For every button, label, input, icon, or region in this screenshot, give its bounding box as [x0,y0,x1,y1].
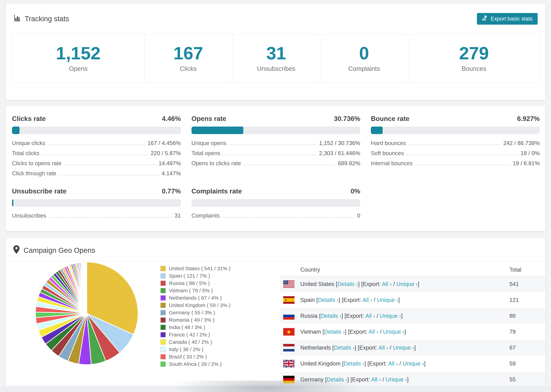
legend-item-united-states[interactable]: United States ( 541 / 31% ) [160,265,231,272]
legend-label: United States ( 541 / 31% ) [169,266,231,271]
rate-progress-track [12,199,181,207]
country-name: United Kingdom [300,360,342,367]
legend-item-italy[interactable]: Italy ( 36 / 2% ) [160,346,231,353]
column-header-total: Total [509,266,545,273]
total-cell: 79 [509,329,545,335]
stat-unsubscribes-label: Unsubscribes [257,65,295,72]
export-all-link[interactable]: All › [362,297,372,303]
export-unique-link[interactable]: Unique › [377,297,398,303]
rates-grid: Clicks rate4.46%Unique clicks167 / 4.456… [12,115,540,223]
export-unique-link[interactable]: Unique › [396,281,418,287]
stat-clicks-value: 167 [174,44,203,62]
legend-item-brazil[interactable]: Brazil ( 33 / 2% ) [160,353,231,360]
table-row-gb: United Kingdom [Details ›] [Export: All … [280,356,545,371]
tracking-stats-header: Tracking stats Export basic stats [13,13,538,25]
rate-progress-fill [12,199,13,207]
legend-item-spain[interactable]: Spain ( 121 / 7% ) [160,272,231,280]
export-all-link[interactable]: All › [388,360,398,367]
rate-rows: Complaints0 [191,212,360,223]
metric-row: Internal bounces19 / 6.81% [371,160,540,170]
stats-summary-box: 1,152 Opens 167 Clicks 31 Unsubscribes 0… [12,34,540,83]
country-name: United States [300,281,336,287]
country-cell: Netherlands [Details ›] [Export: All › /… [300,344,509,351]
details-link[interactable]: Details › [318,297,339,303]
stat-clicks-label: Clicks [180,65,197,72]
export-basic-stats-button[interactable]: Export basic stats [477,13,538,25]
details-link[interactable]: Details › [334,344,354,351]
details-link[interactable]: Details › [324,329,345,335]
geo-opens-pie-chart[interactable] [28,255,145,371]
legend-item-germany[interactable]: Germany ( 55 / 3% ) [160,309,231,316]
metric-row: Unique opens1,152 / 30.736% [191,140,360,150]
metric-row: Total opens2,303 / 61.446% [191,150,360,160]
metric-label: Complaints [191,212,220,219]
legend-item-netherlands[interactable]: Netherlands ( 67 / 4% ) [160,294,231,301]
metric-value: 2,303 / 61.446% [319,150,360,156]
legend-label: United Kingdom ( 59 / 3% ) [169,302,231,308]
total-cell: 86 [509,313,545,319]
legend-item-france[interactable]: France ( 42 / 2% ) [160,331,231,338]
country-name: Vietnam [300,329,323,335]
metric-label: Clicks to opens rate [12,160,62,167]
country-cell: Russia [Details ›] [Export: All › / Uniq… [300,313,509,319]
metric-value: 220 / 5.87% [151,150,181,156]
rate-head: Opens rate30.736% [191,115,360,122]
legend-swatch [160,339,166,345]
export-all-link[interactable]: All › [365,313,375,319]
metric-label: Unique opens [191,140,226,147]
legend-item-india[interactable]: India ( 46 / 3% ) [160,324,231,331]
export-all-link[interactable]: All › [379,344,388,351]
metric-value: 1,152 / 30.736% [319,140,360,147]
campaign-geo-opens-card: Campaign Geo Opens United States ( 541 /… [6,238,545,386]
export-unique-link[interactable]: Unique › [393,344,414,351]
rate-progress-track [371,126,540,134]
export-icon [482,15,488,22]
details-link[interactable]: Details › [337,281,358,287]
country-cell: United States [Details ›] [Export: All ›… [300,281,509,287]
rate-head: Bounce rate6.927% [371,115,540,122]
export-all-link[interactable]: All › [382,281,392,287]
country-cell: Vietnam [Details ›] [Export: All › / Uni… [300,329,509,335]
legend-label: Netherlands ( 67 / 4% ) [169,295,222,301]
export-unique-link[interactable]: Unique › [380,313,401,319]
legend-item-united-kingdom[interactable]: United Kingdom ( 59 / 3% ) [160,301,231,309]
dotted-leader [406,155,518,155]
geo-opens-table: Country Total United States [Details ›] … [280,264,545,386]
rate-value: 30.736% [334,115,360,122]
dotted-leader [49,217,172,217]
metric-row: Clicks to opens rate14.497% [12,160,181,170]
details-link[interactable]: Details › [327,376,347,383]
page-background-strip [0,386,551,392]
details-link[interactable]: Details › [344,360,364,367]
rate-block-clicks-rate: Clicks rate4.46%Unique clicks167 / 4.456… [12,115,181,180]
export-unique-link[interactable]: Unique › [386,376,407,383]
tracking-stats-title: Tracking stats [13,14,69,23]
metric-label: Click through rate [12,170,56,177]
legend-item-romania[interactable]: Romania ( 49 / 3% ) [160,316,231,324]
table-row-ru: Russia [Details ›] [Export: All › / Uniq… [280,308,545,324]
export-unique-link[interactable]: Unique › [403,360,424,367]
stat-complaints-value: 0 [359,44,369,62]
metric-label: Total opens [191,150,220,156]
dotted-leader [415,165,510,165]
metric-row: Hard bounces242 / 86.738% [371,140,540,150]
metric-value: 14.497% [158,160,181,167]
legend-item-russia[interactable]: Russia ( 86 / 5% ) [160,280,231,287]
export-all-link[interactable]: All › [369,329,378,335]
legend-item-south-africa[interactable]: South Africa ( 29 / 2% ) [160,360,231,368]
legend-swatch [160,273,166,279]
details-link[interactable]: Details › [321,313,341,319]
export-unique-link[interactable]: Unique › [383,329,404,335]
legend-item-vietnam[interactable]: Vietnam ( 79 / 5% ) [160,287,231,294]
stat-bounces-label: Bounces [462,65,486,72]
stat-unsubscribes-value: 31 [266,44,286,62]
legend-item-canada[interactable]: Canada ( 40 / 2% ) [160,338,231,346]
legend-label: Italy ( 36 / 2% ) [169,347,204,352]
map-pin-icon [13,245,20,256]
rate-rows: Unsubscribes31 [12,212,181,223]
export-all-link[interactable]: All › [371,376,381,383]
total-cell: 541 [509,281,545,287]
metric-row: Unsubscribes31 [12,212,181,223]
rate-title: Opens rate [191,115,226,122]
geo-title: Campaign Geo Opens [24,246,95,254]
